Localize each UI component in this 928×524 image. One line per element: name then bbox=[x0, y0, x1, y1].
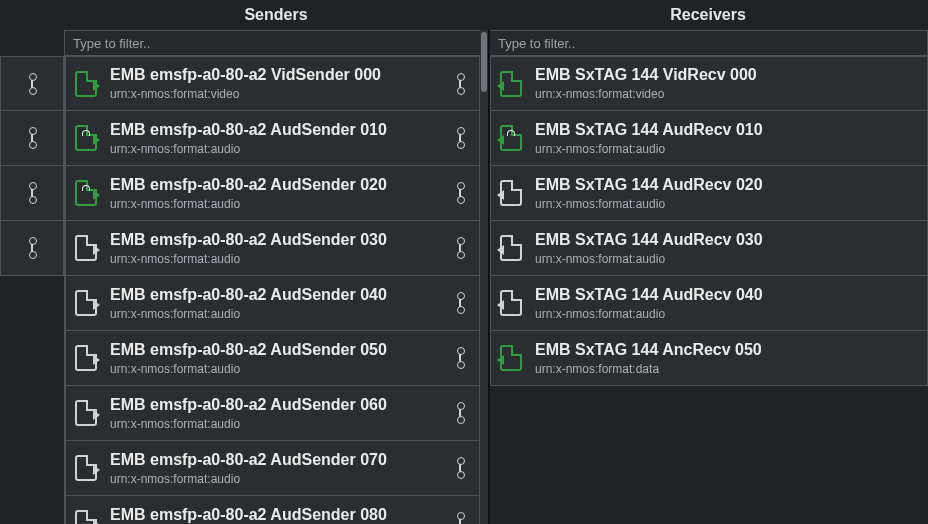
rail-connector-cell[interactable] bbox=[0, 111, 64, 166]
sender-title: EMB emsfp-a0-80-a2 AudSender 080 bbox=[110, 506, 437, 524]
connector-icon bbox=[27, 237, 37, 259]
receiver-title: EMB SxTAG 144 AudRecv 010 bbox=[535, 121, 921, 139]
senders-header: Senders bbox=[64, 6, 488, 24]
senders-scrollbar[interactable] bbox=[480, 30, 488, 524]
receiver-format: urn:x-nmos:format:data bbox=[535, 362, 921, 376]
sender-title: EMB emsfp-a0-80-a2 AudSender 060 bbox=[110, 396, 437, 414]
sender-icon bbox=[75, 125, 97, 151]
sender-icon bbox=[75, 235, 97, 261]
senders-filter[interactable] bbox=[65, 30, 488, 56]
row-connector[interactable] bbox=[447, 402, 473, 424]
sender-title: EMB emsfp-a0-80-a2 AudSender 010 bbox=[110, 121, 437, 139]
main-columns: EMB emsfp-a0-80-a2 VidSender 000urn:x-nm… bbox=[0, 30, 928, 524]
sender-icon bbox=[75, 71, 97, 97]
sender-row[interactable]: EMB emsfp-a0-80-a2 AudSender 080urn:x-nm… bbox=[65, 496, 480, 524]
sender-format: urn:x-nmos:format:audio bbox=[110, 197, 437, 211]
receiver-row[interactable]: EMB SxTAG 144 AudRecv 030urn:x-nmos:form… bbox=[490, 221, 928, 276]
connector-icon bbox=[455, 347, 465, 369]
row-connector[interactable] bbox=[447, 347, 473, 369]
row-connector[interactable] bbox=[447, 73, 473, 95]
sender-icon bbox=[75, 455, 97, 481]
connector-icon bbox=[455, 402, 465, 424]
receiver-title: EMB SxTAG 144 AudRecv 030 bbox=[535, 231, 921, 249]
sender-title: EMB emsfp-a0-80-a2 VidSender 000 bbox=[110, 66, 437, 84]
receiver-icon bbox=[500, 71, 522, 97]
connector-icon bbox=[455, 127, 465, 149]
receivers-panel: EMB SxTAG 144 VidRecv 000urn:x-nmos:form… bbox=[488, 30, 928, 524]
receiver-icon bbox=[500, 125, 522, 151]
sender-icon bbox=[75, 400, 97, 426]
receiver-icon bbox=[500, 345, 522, 371]
sender-title: EMB emsfp-a0-80-a2 AudSender 020 bbox=[110, 176, 437, 194]
receiver-title: EMB SxTAG 144 AudRecv 020 bbox=[535, 176, 921, 194]
senders-list: EMB emsfp-a0-80-a2 VidSender 000urn:x-nm… bbox=[65, 56, 488, 524]
sender-icon bbox=[75, 180, 97, 206]
sender-title: EMB emsfp-a0-80-a2 AudSender 050 bbox=[110, 341, 437, 359]
connector-icon bbox=[27, 73, 37, 95]
receiver-row[interactable]: EMB SxTAG 144 AudRecv 010urn:x-nmos:form… bbox=[490, 111, 928, 166]
connector-icon bbox=[27, 127, 37, 149]
sender-format: urn:x-nmos:format:audio bbox=[110, 142, 437, 156]
receiver-title: EMB SxTAG 144 AncRecv 050 bbox=[535, 341, 921, 359]
receiver-row[interactable]: EMB SxTAG 144 AncRecv 050urn:x-nmos:form… bbox=[490, 331, 928, 386]
receiver-row[interactable]: EMB SxTAG 144 AudRecv 040urn:x-nmos:form… bbox=[490, 276, 928, 331]
sender-format: urn:x-nmos:format:audio bbox=[110, 362, 437, 376]
receiver-format: urn:x-nmos:format:audio bbox=[535, 252, 921, 266]
connector-icon bbox=[27, 182, 37, 204]
sender-icon bbox=[75, 345, 97, 371]
receiver-icon bbox=[500, 235, 522, 261]
receiver-format: urn:x-nmos:format:audio bbox=[535, 197, 921, 211]
connector-icon bbox=[455, 237, 465, 259]
row-connector[interactable] bbox=[447, 292, 473, 314]
senders-filter-input[interactable] bbox=[73, 36, 479, 51]
sender-format: urn:x-nmos:format:audio bbox=[110, 307, 437, 321]
receivers-filter[interactable] bbox=[490, 30, 928, 56]
left-rail bbox=[0, 30, 64, 524]
connector-icon bbox=[455, 457, 465, 479]
receiver-row[interactable]: EMB SxTAG 144 VidRecv 000urn:x-nmos:form… bbox=[490, 56, 928, 111]
receiver-icon bbox=[500, 180, 522, 206]
column-headers: Senders Receivers bbox=[0, 0, 928, 30]
sender-format: urn:x-nmos:format:audio bbox=[110, 252, 437, 266]
sender-title: EMB emsfp-a0-80-a2 AudSender 070 bbox=[110, 451, 437, 469]
sender-row[interactable]: EMB emsfp-a0-80-a2 AudSender 010urn:x-nm… bbox=[65, 111, 480, 166]
sender-row[interactable]: EMB emsfp-a0-80-a2 AudSender 070urn:x-nm… bbox=[65, 441, 480, 496]
sender-row[interactable]: EMB emsfp-a0-80-a2 AudSender 030urn:x-nm… bbox=[65, 221, 480, 276]
scrollbar-thumb[interactable] bbox=[481, 32, 487, 92]
row-connector[interactable] bbox=[447, 457, 473, 479]
sender-icon bbox=[75, 290, 97, 316]
row-connector[interactable] bbox=[447, 127, 473, 149]
receivers-header: Receivers bbox=[488, 6, 928, 24]
rail-connector-cell[interactable] bbox=[0, 166, 64, 221]
sender-row[interactable]: EMB emsfp-a0-80-a2 AudSender 040urn:x-nm… bbox=[65, 276, 480, 331]
rail-connector-cell[interactable] bbox=[0, 56, 64, 111]
sender-format: urn:x-nmos:format:audio bbox=[110, 472, 437, 486]
receiver-icon bbox=[500, 290, 522, 316]
connector-icon bbox=[455, 512, 465, 524]
sender-format: urn:x-nmos:format:video bbox=[110, 87, 437, 101]
row-connector[interactable] bbox=[447, 512, 473, 524]
sender-icon bbox=[75, 510, 97, 524]
senders-panel: EMB emsfp-a0-80-a2 VidSender 000urn:x-nm… bbox=[64, 30, 488, 524]
sender-title: EMB emsfp-a0-80-a2 AudSender 030 bbox=[110, 231, 437, 249]
receivers-filter-input[interactable] bbox=[498, 36, 919, 51]
sender-format: urn:x-nmos:format:audio bbox=[110, 417, 437, 431]
receiver-row[interactable]: EMB SxTAG 144 AudRecv 020urn:x-nmos:form… bbox=[490, 166, 928, 221]
receiver-format: urn:x-nmos:format:audio bbox=[535, 307, 921, 321]
receiver-format: urn:x-nmos:format:audio bbox=[535, 142, 921, 156]
sender-row[interactable]: EMB emsfp-a0-80-a2 AudSender 020urn:x-nm… bbox=[65, 166, 480, 221]
sender-row[interactable]: EMB emsfp-a0-80-a2 AudSender 060urn:x-nm… bbox=[65, 386, 480, 441]
connector-icon bbox=[455, 292, 465, 314]
row-connector[interactable] bbox=[447, 237, 473, 259]
receivers-list: EMB SxTAG 144 VidRecv 000urn:x-nmos:form… bbox=[490, 56, 928, 524]
receiver-title: EMB SxTAG 144 VidRecv 000 bbox=[535, 66, 921, 84]
receiver-title: EMB SxTAG 144 AudRecv 040 bbox=[535, 286, 921, 304]
connector-icon bbox=[455, 182, 465, 204]
row-connector[interactable] bbox=[447, 182, 473, 204]
sender-title: EMB emsfp-a0-80-a2 AudSender 040 bbox=[110, 286, 437, 304]
rail-connector-cell[interactable] bbox=[0, 221, 64, 276]
receiver-format: urn:x-nmos:format:video bbox=[535, 87, 921, 101]
sender-row[interactable]: EMB emsfp-a0-80-a2 VidSender 000urn:x-nm… bbox=[65, 56, 480, 111]
sender-row[interactable]: EMB emsfp-a0-80-a2 AudSender 050urn:x-nm… bbox=[65, 331, 480, 386]
connector-icon bbox=[455, 73, 465, 95]
